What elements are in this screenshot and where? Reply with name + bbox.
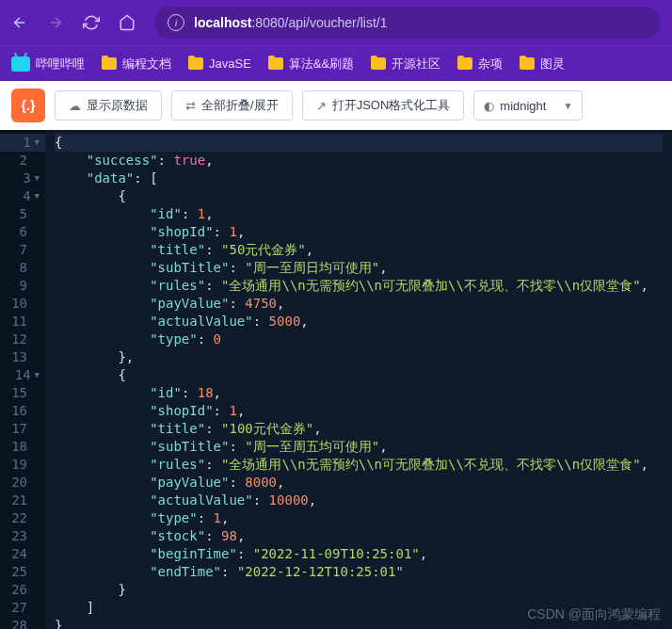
line-number: 25 [11,563,27,581]
bookmark-item[interactable]: 开源社区 [371,56,440,73]
code-line: { [55,134,663,152]
bookmark-item[interactable]: 图灵 [520,56,565,73]
open-formatter-button[interactable]: ↗打开JSON格式化工具 [302,90,465,121]
line-number: 12 [11,331,27,348]
home-button[interactable] [119,14,136,31]
fold-toggle[interactable]: ▼ [35,169,40,187]
external-icon: ↗ [316,99,327,113]
line-number: 7 [20,241,27,259]
bookmark-label: 图灵 [540,56,565,73]
fold-toggle[interactable]: ▼ [35,134,40,152]
refresh-button[interactable] [83,14,100,31]
code-line: { [55,187,663,205]
forward-button[interactable] [47,14,64,31]
code-line: "actualValue": 10000, [55,492,663,509]
bookmark-item[interactable]: 算法&&刷题 [268,56,354,73]
chevron-down-icon: ▼ [563,101,572,111]
line-number: 26 [11,581,27,599]
line-number: 3 [23,169,30,187]
code-line: "title": "50元代金券", [55,241,663,259]
line-number: 8 [20,259,27,277]
line-number: 22 [11,509,27,527]
bookmark-label: 算法&&刷题 [289,56,354,73]
line-number: 6 [20,223,27,241]
code-line: "rules": "全场通用\\n无需预约\\n可无限叠加\\不兑现、不找零\\… [55,456,663,474]
address-bar[interactable]: i localhost:8080/api/voucher/list/1 [154,7,661,39]
code-line: "payValue": 4750, [55,295,663,313]
palette-icon: ◐ [484,99,494,113]
cloud-icon: ☁ [69,99,81,113]
code-line: "type": 1, [55,509,663,527]
line-number: 15 [11,384,27,402]
show-raw-button[interactable]: ☁显示原数据 [55,90,162,121]
code-line: "shopId": 1, [55,402,663,420]
code-line: "subTitle": "周一至周五均可使用", [55,438,663,456]
line-number: 4 [23,187,30,205]
code-line: { [55,366,663,384]
code-line: "actualValue": 5000, [55,313,663,331]
bookmarks-bar: 哔哩哔哩编程文档JavaSE算法&&刷题开源社区杂项图灵 [0,45,672,81]
fold-toggle[interactable]: ▼ [35,366,40,384]
browser-nav-bar: i localhost:8080/api/voucher/list/1 [0,0,672,45]
bookmark-item[interactable]: 哔哩哔哩 [11,56,85,73]
bookmark-label: 编程文档 [122,56,171,73]
folder-icon [102,57,117,70]
theme-selector[interactable]: ◐midnight▼ [473,90,583,121]
code-line: "endTime": "2022-12-12T10:25:01" [55,563,663,581]
line-number: 9 [20,277,27,295]
code-line: "data": [ [55,169,663,187]
folder-icon [371,57,386,70]
bookmark-label: JavaSE [209,56,251,71]
line-number: 11 [11,313,27,331]
code-line: "stock": 98, [55,527,663,545]
code-line: "id": 1, [55,205,663,223]
line-number: 24 [11,545,27,563]
folder-icon [188,57,203,70]
code-line: "beginTime": "2022-11-09T10:25:01", [55,545,663,563]
line-number: 21 [11,492,27,509]
back-button[interactable] [11,14,28,31]
code-line: "success": true, [55,152,663,169]
code-area[interactable]: { "success": true, "data": [ { "id": 1, … [45,130,672,629]
code-line: "id": 18, [55,384,663,402]
watermark: CSDN @面向鸿蒙编程 [527,606,661,623]
line-number: 13 [11,348,27,366]
code-line: "shopId": 1, [55,223,663,241]
bili-icon [11,56,30,72]
fold-all-button[interactable]: ⇄全部折叠/展开 [171,90,293,121]
bookmark-item[interactable]: 编程文档 [102,56,171,73]
line-gutter: 1▼23▼4▼567891011121314▼15161718192021222… [0,130,45,629]
line-number: 1 [23,134,30,152]
bookmark-item[interactable]: JavaSE [188,56,251,71]
line-number: 23 [11,527,27,545]
line-number: 2 [20,152,27,169]
fold-toggle[interactable]: ▼ [35,187,40,205]
folder-icon [520,57,535,70]
code-line: "payValue": 8000, [55,474,663,492]
line-number: 20 [11,474,27,492]
line-number: 17 [11,420,27,438]
url-text: localhost:8080/api/voucher/list/1 [194,15,387,30]
line-number: 18 [11,438,27,456]
extension-logo: {.} [11,89,45,122]
bookmark-label: 杂项 [478,56,503,73]
code-line: }, [55,348,663,366]
code-line: "title": "100元代金券", [55,420,663,438]
line-number: 14 [15,366,31,384]
site-info-icon[interactable]: i [168,14,184,31]
line-number: 16 [11,402,27,420]
line-number: 19 [11,456,27,474]
code-line: "type": 0 [55,331,663,348]
line-number: 10 [11,295,27,313]
line-number: 28 [11,617,27,629]
code-line: "subTitle": "周一至周日均可使用", [55,259,663,277]
json-viewer-toolbar: {.} ☁显示原数据 ⇄全部折叠/展开 ↗打开JSON格式化工具 ◐midnig… [0,81,672,130]
collapse-icon: ⇄ [185,99,196,113]
line-number: 27 [11,599,27,617]
line-number: 5 [20,205,27,223]
bookmark-item[interactable]: 杂项 [457,56,503,73]
bookmark-label: 哔哩哔哩 [36,56,85,73]
code-line: } [55,581,663,599]
folder-icon [457,57,472,70]
json-editor: 1▼23▼4▼567891011121314▼15161718192021222… [0,130,672,629]
